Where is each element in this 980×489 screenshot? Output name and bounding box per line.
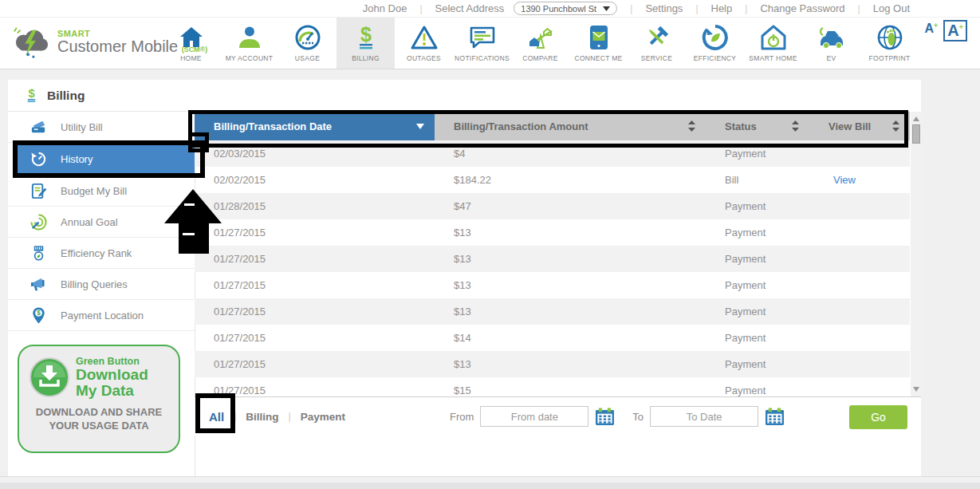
cell-status: Payment — [706, 253, 809, 265]
nav-label: CONNECT ME — [575, 54, 623, 62]
font-size-increase-button[interactable]: A+ — [943, 20, 967, 41]
sidebar-item-billing-queries[interactable]: Billing Queries — [8, 269, 195, 300]
nav-item-my-account[interactable]: MY ACCOUNT — [220, 18, 278, 69]
cell-date: 01/27/2015 — [195, 227, 435, 239]
annual-goal-icon — [29, 213, 48, 231]
cell-status: Payment — [706, 279, 809, 291]
settings-link[interactable]: Settings — [645, 2, 683, 14]
nav-item-footprint[interactable]: FOOTPRINT — [860, 18, 919, 69]
scrollbar-thumb[interactable] — [912, 124, 920, 144]
service-tools-icon — [643, 22, 671, 53]
column-label: View Bill — [828, 120, 871, 132]
nav-item-connect-me[interactable]: CONNECT ME — [569, 18, 628, 69]
to-calendar-icon[interactable] — [765, 408, 785, 426]
sidebar-item-history[interactable]: History — [16, 143, 195, 175]
nav-item-home[interactable]: HOME — [162, 18, 220, 69]
to-date-input[interactable] — [650, 406, 758, 427]
table-row: 01/27/2015$13Payment — [195, 219, 910, 246]
cell-status: Payment — [706, 227, 809, 239]
sidebar-item-utility-bill[interactable]: Utility Bill — [8, 112, 195, 143]
filter-all[interactable]: All — [209, 410, 224, 424]
scroll-down-icon[interactable] — [913, 387, 919, 392]
sidebar-item-label: Utility Bill — [61, 121, 103, 133]
nav-item-billing[interactable]: $ BILLING — [337, 18, 395, 69]
address-select[interactable]: 1390 Punchbowl St — [514, 2, 617, 15]
sidebar-item-label: Annual Goal — [61, 216, 118, 228]
cell-amount: $13 — [435, 358, 706, 370]
table-scrollbar[interactable] — [911, 112, 922, 396]
notifications-bubble-icon — [469, 22, 496, 53]
cell-date: 02/02/2015 — [195, 174, 435, 186]
logout-link[interactable]: Log Out — [873, 2, 910, 14]
nav-item-outages[interactable]: OUTAGES — [395, 18, 453, 69]
sidebar-item-budget-my-bill[interactable]: Budget My Bill — [8, 175, 195, 207]
column-header-view-bill[interactable]: View Bill — [809, 112, 910, 140]
change-password-link[interactable]: Change Password — [760, 2, 844, 14]
page-title-row: $ Billing — [8, 80, 195, 112]
cell-amount: $184.22 — [435, 174, 706, 186]
view-bill-link[interactable]: View — [833, 174, 856, 186]
topbar-divider: | — [858, 3, 860, 14]
from-calendar-icon[interactable] — [595, 408, 615, 426]
nav-item-smart-home[interactable]: SMART HOME — [744, 18, 802, 69]
history-icon — [29, 150, 48, 168]
from-date-input[interactable] — [480, 406, 588, 427]
cell-date: 01/27/2015 — [195, 253, 435, 265]
ev-car-icon — [817, 22, 846, 53]
cell-amount: $13 — [435, 279, 706, 291]
download-icon — [29, 357, 70, 398]
user-name[interactable]: John Doe — [363, 2, 407, 14]
green-button-download[interactable]: Green Button Download My Data DOWNLOAD A… — [18, 345, 180, 453]
sidebar-item-label: Payment Location — [61, 310, 144, 321]
nav-item-efficiency[interactable]: EFFICIENCY — [686, 18, 744, 69]
address-value: 1390 Punchbowl St — [521, 4, 596, 14]
table-row: 01/27/2015$13Payment — [195, 351, 910, 377]
scroll-up-icon[interactable] — [913, 116, 919, 121]
sort-desc-icon — [416, 124, 424, 129]
billing-queries-megaphone-icon — [29, 275, 48, 294]
logo-cloud-icon — [10, 24, 53, 59]
topbar: John Doe | Select Address 1390 Punchbowl… — [0, 0, 980, 18]
help-link[interactable]: Help — [711, 2, 733, 14]
column-header-date[interactable]: Billing/Transaction Date — [195, 112, 435, 140]
table-row: 02/03/2015$4Payment — [195, 140, 910, 167]
font-size-decrease-button[interactable]: A+ — [924, 20, 938, 35]
to-label: To — [632, 411, 643, 423]
cell-status: Payment — [706, 384, 809, 396]
column-header-amount[interactable]: Billing/Transaction Amount — [435, 112, 706, 140]
table-row: 01/27/2015$13Payment — [195, 246, 910, 272]
sidebar-item-annual-goal[interactable]: Annual Goal — [8, 207, 195, 238]
nav-label: EV — [827, 54, 836, 62]
filter-payment[interactable]: Payment — [301, 411, 345, 423]
nav-label: SERVICE — [641, 54, 672, 62]
column-label: Billing/Transaction Date — [214, 120, 332, 132]
nav-label: OUTAGES — [407, 54, 441, 62]
sidebar-item-payment-location[interactable]: $ Payment Location — [8, 300, 195, 331]
cell-amount: $13 — [435, 253, 706, 265]
nav-item-ev[interactable]: EV — [802, 18, 860, 69]
cell-date: 01/27/2015 — [195, 384, 435, 396]
page-title: Billing — [47, 89, 85, 103]
nav-item-service[interactable]: SERVICE — [628, 18, 686, 69]
nav-item-compare[interactable]: COMPARE — [511, 18, 569, 69]
billing-panel: $ Billing Utility Bill History Budget My… — [8, 80, 921, 476]
sidebar-item-efficiency-rank[interactable]: Efficiency Rank — [8, 238, 195, 269]
cell-amount: $13 — [435, 306, 706, 317]
column-header-status[interactable]: Status — [706, 112, 809, 140]
outages-warning-icon — [411, 22, 438, 53]
table-row: 02/02/2015$184.22BillView — [195, 167, 910, 193]
sort-icon — [688, 120, 695, 132]
sidebar-item-label: Efficiency Rank — [61, 247, 132, 259]
nav-item-notifications[interactable]: NOTIFICATIONS — [453, 18, 511, 69]
nav-label: MY ACCOUNT — [226, 54, 274, 62]
go-button[interactable]: Go — [849, 405, 907, 429]
nav-item-usage[interactable]: USAGE — [278, 18, 337, 69]
footprint-globe-icon — [876, 22, 903, 53]
cell-date: 01/27/2015 — [195, 332, 435, 344]
type-filter-group: All | Billing | Payment — [209, 397, 345, 436]
filter-billing[interactable]: Billing — [246, 411, 278, 423]
footer-strip-dark — [0, 483, 980, 489]
compare-scale-icon — [527, 22, 554, 53]
cell-amount: $47 — [435, 200, 706, 212]
cell-amount: $4 — [435, 148, 706, 160]
